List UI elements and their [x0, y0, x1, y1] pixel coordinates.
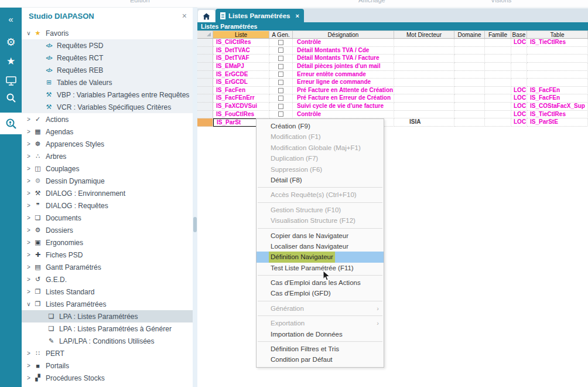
chevron-right-icon[interactable]: >: [25, 116, 33, 123]
tree-item-documents[interactable]: >❏Documents: [22, 212, 193, 224]
menu-item-modification-f1[interactable]: Modification (F1): [257, 131, 384, 142]
column-header-liste[interactable]: Liste: [213, 30, 269, 39]
chevron-right-icon[interactable]: >: [25, 264, 33, 270]
chevron-right-icon[interactable]: >: [25, 350, 33, 357]
a-gen-checkbox[interactable]: [278, 47, 283, 53]
chevron-right-icon[interactable]: >: [25, 202, 33, 209]
gear-icon[interactable]: ⚙: [0, 36, 22, 49]
menu-item-visualisation-structure-f12[interactable]: Visualisation Structure (F12): [257, 215, 384, 226]
table-row-is-fouctlres[interactable]: IS_FouCtlResContrôleLOCIS_TieCtlRes: [197, 111, 588, 119]
table-row-is-dettvaf[interactable]: IS_DetTVAFDétail Montants TVA / Facture: [197, 55, 588, 63]
tree-item-apparences-styles[interactable]: >☸Apparences Styles: [22, 138, 193, 150]
row-gutter[interactable]: [197, 47, 213, 55]
chevron-right-icon[interactable]: >: [25, 252, 33, 258]
menubar-item-affichage[interactable]: Affichage: [358, 0, 385, 4]
chevron-right-icon[interactable]: >: [25, 215, 33, 221]
menubar-item-visions[interactable]: Visions: [491, 0, 511, 4]
column-header-designation[interactable]: Désignation: [293, 30, 394, 39]
menu-item-localiser-dans-navigateur[interactable]: Localiser dans Navigateur: [257, 241, 384, 252]
a-gen-checkbox[interactable]: [278, 111, 283, 117]
sidebar-scrollbar[interactable]: [193, 8, 197, 387]
menu-item-copier-dans-le-navigateur[interactable]: Copier dans le Navigateur: [257, 230, 384, 241]
a-gen-checkbox[interactable]: [278, 104, 283, 109]
menu-item-test-liste-parametree-f11[interactable]: Test Liste Paramétrée (F11): [257, 263, 384, 273]
row-gutter[interactable]: [197, 118, 213, 127]
tree-item-lap-lpa-conditions-utilisees[interactable]: ✎LAP/LPA : Conditions Utilisées: [22, 335, 193, 347]
menu-item-definition-filtres-et-tris[interactable]: Définition Filtres et Tris: [257, 344, 384, 354]
chevron-right-icon[interactable]: >: [25, 153, 33, 159]
column-header-famille[interactable]: Famille: [485, 30, 511, 39]
tree-item-gantt-parametres[interactable]: >▤Gantt Paramétrés: [22, 261, 193, 273]
chevron-right-icon[interactable]: >: [25, 141, 33, 147]
row-gutter[interactable]: [197, 87, 213, 95]
tree-item-dialog-requetes[interactable]: >❞DIALOG : Requêtes: [22, 199, 193, 212]
tree-item-procedures-stocks[interactable]: >▞Procédures Stocks: [22, 372, 193, 384]
tree-item-lpa-listes-parametrees-a-generer[interactable]: ❏LPA : Listes Paramétrées à Générer: [22, 322, 193, 335]
table-row-is-faxcdvsui[interactable]: IS_FaXCDVSuiSuivi cycle de vie d'une fac…: [197, 103, 588, 111]
chevron-right-icon[interactable]: >: [25, 227, 33, 233]
column-header-domaine[interactable]: Domaine: [454, 30, 485, 39]
menu-item-suppression-f6[interactable]: Suppression (F6): [257, 164, 384, 175]
tree-item-vbp-variables-partagees-entre-requetes[interactable]: ⚒VBP : Variables Partagées entre Requête…: [22, 89, 193, 101]
tree-item-dossiers[interactable]: >⚙Dossiers: [22, 224, 193, 236]
tab-close-icon[interactable]: ×: [296, 12, 299, 19]
tree-item-fiches-psd[interactable]: >✚Fiches PSD: [22, 249, 193, 261]
menu-item-modification-globale-maj-f1[interactable]: Modification Globale (Maj+F1): [257, 142, 384, 153]
sidebar-scrollbar-thumb[interactable]: [193, 217, 197, 232]
chevron-right-icon[interactable]: >: [25, 178, 33, 184]
tree-item-requetes-psd[interactable]: </>Requêtes PSD: [22, 39, 193, 52]
tree-item-dialog-environnement[interactable]: >⚒DIALOG : Environnement: [22, 187, 193, 199]
a-gen-checkbox[interactable]: [278, 80, 283, 85]
tree-item-tables-de-valeurs[interactable]: ⊞Tables de Valeurs: [22, 76, 193, 89]
chevron-right-icon[interactable]: >: [25, 128, 33, 135]
chevron-right-icon[interactable]: >: [25, 165, 33, 172]
sidebar-close-icon[interactable]: ×: [182, 11, 187, 21]
menu-item-detail-f8[interactable]: Détail (F8): [257, 175, 384, 185]
row-gutter[interactable]: [197, 55, 213, 63]
menu-item-generation[interactable]: Génération›: [257, 303, 384, 314]
a-gen-checkbox[interactable]: [278, 88, 283, 93]
tab-listes-parametrees[interactable]: Listes Paramétrées ×: [216, 9, 304, 22]
menu-item-acces-requete-s-ctrl-f10[interactable]: Accès Requête(s) (Ctrl+F10): [257, 189, 384, 200]
tree-item-g-e-d[interactable]: >↺G.E.D.: [22, 273, 193, 286]
tree-item-agendas[interactable]: >▦Agendas: [22, 125, 193, 138]
tree-item-pert[interactable]: >∷PERT: [22, 347, 193, 359]
tree-item-portails[interactable]: >■Portails: [22, 359, 193, 372]
a-gen-checkbox[interactable]: [278, 64, 283, 69]
table-row-is-facfenerr[interactable]: IS_FacFEnErrPré Facture en Erreur de Cré…: [197, 94, 588, 103]
tree-item-requetes-reb[interactable]: </>Requêtes REB: [22, 64, 193, 76]
a-gen-checkbox[interactable]: [278, 96, 283, 101]
search-location-rail-item[interactable]: [0, 113, 22, 134]
menu-item-creation-f9[interactable]: Création (F9): [257, 121, 384, 131]
a-gen-checkbox[interactable]: [278, 72, 283, 77]
menu-item-cas-d-emploi-dans-les-actions[interactable]: Cas d'Emploi dans les Actions: [257, 277, 384, 288]
column-header-mot-directeur[interactable]: Mot Directeur: [394, 30, 454, 39]
menu-item-importation-de-donnees[interactable]: Importation de Données: [257, 329, 384, 340]
chevron-right-icon[interactable]: >: [25, 362, 33, 369]
table-row-is-clictlres[interactable]: IS_CliCtlResContrôleLOCIS_TieCtlRes: [197, 39, 588, 47]
row-gutter[interactable]: [197, 63, 213, 71]
menu-item-definition-navigateur[interactable]: Définition Navigateur: [257, 252, 384, 262]
row-gutter[interactable]: [197, 94, 213, 103]
chevron-right-icon[interactable]: >: [25, 375, 33, 381]
tree-item-couplages[interactable]: >◫Couplages: [22, 162, 193, 175]
select-all-gutter-header[interactable]: [197, 30, 213, 39]
chevron-down-icon[interactable]: ∨: [25, 301, 33, 307]
column-header-a-gen[interactable]: A Gen.: [269, 30, 293, 39]
tree-item-lpa-listes-parametrees[interactable]: ❏LPA : Listes Paramétrées: [22, 310, 193, 322]
tree-item-item[interactable]: >▣: [22, 384, 193, 387]
column-header-table[interactable]: Table: [527, 30, 588, 39]
tab-home[interactable]: [198, 10, 215, 22]
chevron-down-icon[interactable]: ∨: [25, 30, 33, 36]
star-icon[interactable]: ★: [0, 55, 22, 67]
tree-item-actions[interactable]: >✓Actions: [22, 113, 193, 125]
a-gen-checkbox[interactable]: [278, 56, 283, 61]
menu-item-duplication-f7[interactable]: Duplication (F7): [257, 153, 384, 164]
menu-item-cas-d-emploi-gfd[interactable]: Cas d'Emploi (GFD): [257, 288, 384, 298]
a-gen-checkbox[interactable]: [278, 40, 283, 45]
monitor-icon[interactable]: [0, 76, 22, 86]
row-gutter[interactable]: [197, 111, 213, 119]
table-row-is-ergcdl[interactable]: IS_ErGCDLErreur ligne de commande: [197, 79, 588, 87]
menu-item-condition-par-defaut[interactable]: Condition par Défaut: [257, 354, 384, 365]
tree-item-favoris[interactable]: ∨★Favoris: [22, 27, 193, 39]
